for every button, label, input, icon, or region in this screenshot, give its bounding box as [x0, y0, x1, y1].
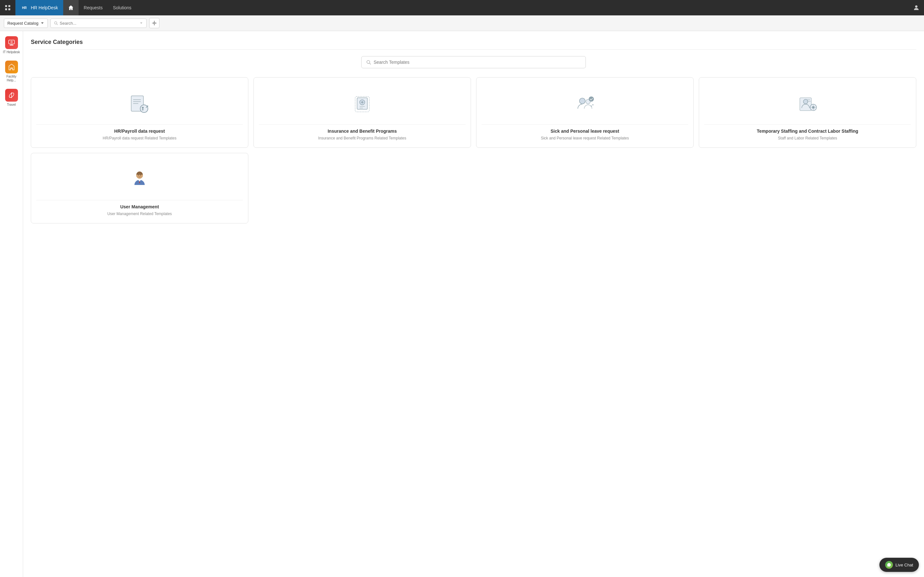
card-title-hr-payroll: HR/Payroll data request: [114, 129, 165, 134]
search-dropdown-icon: [140, 21, 143, 25]
svg-point-9: [153, 23, 155, 24]
card-title-sick-leave: Sick and Personal leave request: [551, 129, 619, 134]
cards-grid-row2: User Management User Management Related …: [31, 153, 916, 223]
svg-rect-3: [8, 8, 10, 10]
svg-point-51: [812, 106, 814, 109]
facility-icon: [5, 61, 18, 73]
catalog-label: Request Catalog: [7, 21, 39, 26]
card-icon-insurance: [351, 84, 374, 124]
search-icon: [54, 21, 58, 25]
app-icon: HR: [21, 4, 28, 11]
template-search-bar[interactable]: [361, 56, 586, 68]
card-title-insurance: Insurance and Benefit Programs: [328, 129, 397, 134]
live-chat-icon: [885, 561, 893, 569]
card-divider: [36, 200, 243, 200]
card-insurance[interactable]: Insurance and Benefit Programs Insurance…: [254, 77, 471, 148]
card-desc-hr-payroll: HR/Payroll data request Related Template…: [103, 135, 176, 141]
page-title: Service Categories: [31, 39, 916, 50]
template-search-input[interactable]: [373, 60, 581, 65]
user-icon[interactable]: [909, 0, 924, 15]
svg-line-8: [57, 24, 57, 25]
main-search-input[interactable]: [60, 21, 137, 26]
filter-button[interactable]: [149, 18, 160, 28]
catalog-dropdown[interactable]: Request Catalog: [4, 19, 48, 28]
sidebar: IT Helpdesk Facility Help... Travel: [0, 31, 23, 577]
svg-point-6: [915, 5, 917, 8]
template-search-icon: [366, 60, 371, 65]
solutions-link[interactable]: Solutions: [108, 0, 137, 15]
card-desc-temp-staffing: Staff and Labor Related Templates: [778, 135, 837, 141]
svg-point-29: [142, 107, 144, 109]
card-divider: [36, 124, 243, 125]
filter-icon: [152, 21, 157, 26]
it-helpdesk-icon: [5, 36, 18, 49]
home-button[interactable]: [63, 0, 79, 15]
sub-nav: Request Catalog: [0, 15, 924, 31]
svg-point-43: [589, 97, 594, 102]
nav-links: Requests Solutions: [79, 0, 137, 15]
svg-point-17: [11, 41, 12, 43]
card-title-temp-staffing: Temporary Staffing and Contract Labor St…: [757, 129, 858, 134]
top-nav: HR HR HelpDesk Requests Solutions: [0, 0, 924, 15]
svg-rect-0: [5, 5, 7, 7]
card-title-user-management: User Management: [120, 204, 159, 210]
svg-point-45: [592, 104, 594, 105]
svg-rect-14: [9, 40, 15, 44]
svg-rect-19: [11, 68, 12, 69]
app-name: HR HelpDesk: [31, 5, 58, 10]
svg-point-44: [591, 105, 592, 107]
card-divider: [481, 124, 688, 125]
live-chat-label: Live Chat: [895, 562, 913, 567]
card-divider: [259, 124, 465, 125]
card-icon-user-management: [128, 160, 151, 200]
svg-text:HR: HR: [22, 6, 27, 10]
chevron-down-icon: [40, 21, 44, 25]
facility-label: Facility Help...: [3, 75, 21, 82]
cards-grid-row1: HR/Payroll data request HR/Payroll data …: [31, 77, 916, 148]
travel-icon: [5, 89, 18, 102]
card-icon-temp-staffing: [796, 84, 819, 124]
card-icon-sick-leave: [573, 84, 596, 124]
app-tab[interactable]: HR HR HelpDesk: [15, 0, 63, 15]
card-temp-staffing[interactable]: Temporary Staffing and Contract Labor St…: [699, 77, 916, 148]
svg-rect-2: [5, 8, 7, 10]
card-hr-payroll[interactable]: HR/Payroll data request HR/Payroll data …: [31, 77, 248, 148]
card-divider: [704, 124, 911, 125]
requests-link[interactable]: Requests: [79, 0, 108, 15]
svg-point-7: [55, 22, 57, 24]
svg-point-28: [140, 105, 148, 113]
card-desc-user-management: User Management Related Templates: [107, 211, 172, 217]
card-icon-hr-payroll: [128, 84, 151, 124]
it-helpdesk-label: IT Helpdesk: [3, 50, 20, 54]
content-area: Service Categories: [23, 31, 924, 577]
svg-point-47: [803, 99, 808, 104]
travel-label: Travel: [7, 103, 16, 107]
main-layout: IT Helpdesk Facility Help... Travel: [0, 31, 924, 577]
main-search-bar[interactable]: [50, 19, 147, 28]
grid-menu-icon[interactable]: [0, 0, 15, 15]
svg-line-23: [370, 63, 371, 64]
svg-point-22: [367, 61, 370, 63]
sidebar-item-travel[interactable]: Travel: [1, 86, 22, 109]
svg-point-33: [147, 105, 148, 107]
svg-point-41: [580, 98, 585, 104]
sidebar-item-it-helpdesk[interactable]: IT Helpdesk: [1, 34, 22, 57]
card-desc-sick-leave: Sick and Personal leave request Related …: [541, 135, 629, 141]
sidebar-item-facility[interactable]: Facility Help...: [1, 58, 22, 85]
card-sick-leave[interactable]: Sick and Personal leave request Sick and…: [476, 77, 694, 148]
live-chat-button[interactable]: Live Chat: [879, 558, 919, 572]
svg-rect-1: [8, 5, 10, 7]
card-desc-insurance: Insurance and Benefit Programs Related T…: [318, 135, 407, 141]
card-user-management[interactable]: User Management User Management Related …: [31, 153, 248, 223]
